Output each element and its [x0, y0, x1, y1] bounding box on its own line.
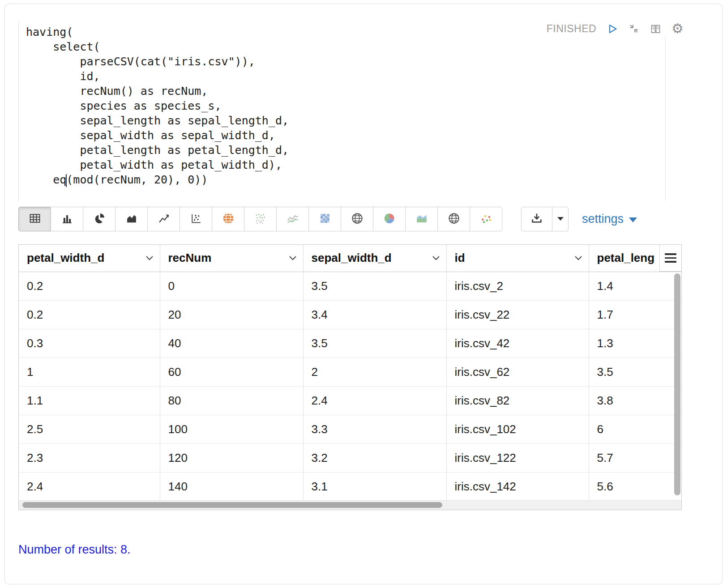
- vertical-scrollbar[interactable]: [674, 273, 680, 498]
- code-editor[interactable]: having( select( parseCSV(cat("iris.csv")…: [18, 18, 710, 201]
- cell: 120: [160, 443, 303, 472]
- chart-type-heatmap-button[interactable]: [308, 207, 341, 231]
- cell: 6: [589, 415, 681, 443]
- cell: iris.csv_102: [446, 415, 589, 443]
- scatter-matrix-icon: [254, 212, 267, 226]
- text-cursor: [66, 174, 67, 187]
- cell: 3.2: [303, 443, 446, 472]
- cell: iris.csv_42: [446, 329, 589, 358]
- column-header[interactable]: id: [446, 245, 589, 272]
- paragraph-controls: FINISHED ⚙: [547, 22, 684, 35]
- horizontal-scrollbar-thumb[interactable]: [22, 502, 442, 508]
- editor-content-area[interactable]: having( select( parseCSV(cat("iris.csv")…: [18, 21, 665, 201]
- cell: iris.csv_62: [446, 358, 589, 386]
- area-chart-icon: [125, 212, 138, 226]
- table-row: 0.2203.4iris.csv_221.7: [19, 300, 681, 329]
- cell: iris.csv_22: [446, 300, 589, 329]
- settings-label: settings: [582, 212, 624, 226]
- download-dropdown-button[interactable]: [552, 207, 569, 231]
- cell: 2.4: [19, 472, 160, 501]
- table-row: 2.41403.1iris.csv_1425.6: [19, 472, 681, 501]
- chart-type-map-2-button[interactable]: [437, 207, 470, 231]
- colored-area-chart-icon: [415, 212, 428, 226]
- settings-toggle[interactable]: settings: [582, 212, 637, 226]
- download-button[interactable]: [521, 207, 552, 231]
- chart-type-scatter-button[interactable]: [180, 207, 212, 231]
- chart-type-line-button[interactable]: [147, 207, 180, 231]
- cell: 60: [160, 358, 303, 386]
- cell: 3.5: [303, 329, 446, 358]
- shrink-icon[interactable]: [628, 23, 640, 34]
- download-icon: [530, 212, 543, 226]
- paragraph-status: FINISHED: [547, 23, 596, 35]
- chart-type-colored-pie-button[interactable]: [373, 207, 406, 231]
- cell: 0.2: [19, 300, 160, 329]
- bar-chart-icon: [61, 212, 73, 226]
- vertical-scrollbar-thumb[interactable]: [674, 273, 680, 495]
- cell: 3.3: [303, 415, 446, 443]
- chart-type-map-orange-button[interactable]: [212, 207, 244, 231]
- cell: 2.4: [303, 386, 446, 415]
- table-row: 0.3403.5iris.csv_421.3: [19, 329, 681, 358]
- scatter-chart-icon: [190, 212, 202, 226]
- cell: iris.csv_122: [446, 443, 589, 472]
- colored-pie-chart-icon: [383, 212, 396, 226]
- download-group: [521, 207, 569, 231]
- cell: 140: [160, 472, 303, 501]
- chart-type-pie-button[interactable]: [83, 207, 115, 231]
- results-count: Number of results: 8.: [18, 543, 131, 557]
- chart-type-bar-button[interactable]: [51, 207, 83, 231]
- table-row: 1.1802.4iris.csv_823.8: [19, 386, 681, 415]
- chart-type-colored-area-button[interactable]: [405, 207, 438, 231]
- chart-type-map-1-button[interactable]: [341, 207, 373, 231]
- table-row: 1602iris.csv_623.5: [19, 358, 681, 386]
- line-chart-icon: [158, 212, 170, 226]
- query-code[interactable]: having( select( parseCSV(cat("iris.csv")…: [26, 25, 665, 187]
- column-header[interactable]: sepal_width_d: [303, 245, 446, 272]
- cell: 1.7: [589, 300, 681, 329]
- cell: 100: [160, 415, 303, 443]
- chart-type-scatter-matrix-button[interactable]: [244, 207, 277, 231]
- table-menu-button[interactable]: [659, 245, 681, 272]
- cell: 1.4: [589, 272, 681, 300]
- cell: iris.csv_2: [446, 272, 589, 300]
- editor-scrollbar[interactable]: [665, 36, 666, 201]
- cell: iris.csv_142: [446, 472, 589, 501]
- table-row: 0.203.5iris.csv_21.4: [19, 272, 681, 300]
- cell: 20: [160, 300, 303, 329]
- column-dropdown-chevron-icon[interactable]: [432, 256, 440, 260]
- chart-type-table-button[interactable]: [18, 207, 51, 231]
- results-table: petal_width_d recNum sepal_width_d id pe…: [18, 244, 682, 510]
- cell: 2.3: [19, 443, 160, 472]
- chart-type-area-button[interactable]: [115, 207, 148, 231]
- cell: 2.5: [19, 415, 160, 443]
- visualization-toolbar: settings: [18, 206, 710, 231]
- hamburger-icon: [665, 253, 676, 255]
- horizontal-scrollbar[interactable]: [19, 500, 681, 510]
- column-dropdown-chevron-icon[interactable]: [574, 256, 582, 260]
- cell: 40: [160, 329, 303, 358]
- globe-icon: [351, 212, 364, 226]
- column-dropdown-chevron-icon[interactable]: [145, 256, 154, 260]
- chart-type-colored-scatter-button[interactable]: [470, 207, 502, 231]
- column-header[interactable]: petal_width_d: [19, 245, 160, 272]
- globe-orange-icon: [222, 212, 235, 226]
- chart-type-multi-line-button[interactable]: [276, 207, 309, 231]
- gear-icon[interactable]: ⚙: [671, 22, 684, 35]
- pie-chart-icon: [93, 212, 106, 226]
- cell: 0.2: [19, 272, 160, 300]
- globe-icon: [447, 212, 461, 226]
- cell: 3.8: [589, 386, 681, 415]
- colored-scatter-icon: [479, 212, 493, 226]
- table-row: 2.51003.3iris.csv_1026: [19, 415, 681, 443]
- multi-line-chart-icon: [286, 212, 299, 226]
- cell: 0: [160, 272, 303, 300]
- run-icon[interactable]: [606, 23, 618, 35]
- chart-type-group: [18, 207, 502, 231]
- column-dropdown-chevron-icon[interactable]: [289, 256, 297, 260]
- cell: 1.3: [589, 329, 681, 358]
- cell: 5.7: [589, 443, 681, 472]
- toggle-editor-icon[interactable]: [650, 23, 662, 35]
- column-header[interactable]: recNum: [160, 245, 303, 272]
- notebook-paragraph-panel: having( select( parseCSV(cat("iris.csv")…: [4, 4, 723, 584]
